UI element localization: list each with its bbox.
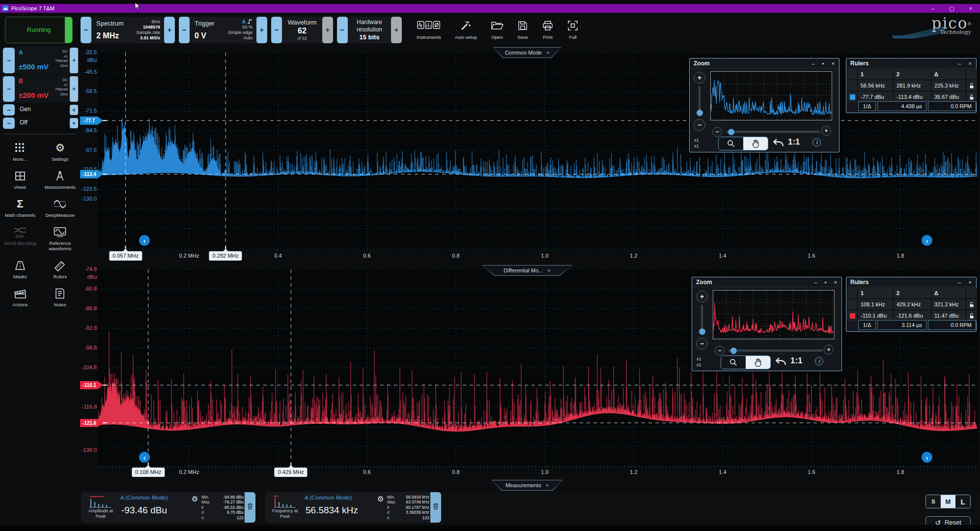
ruler-lock-button[interactable]: [966, 299, 977, 310]
sidebar-item-masks[interactable]: Masks: [0, 259, 40, 279]
rulers-panel-1[interactable]: Rulers–×12Δ56.56 kHz281.9 kHz225.3 kHz-7…: [846, 58, 977, 113]
x-ruler-value-tag[interactable]: 0.429 MHz: [275, 468, 308, 477]
measurement-delete-strip[interactable]: [430, 492, 441, 523]
zoom-tool-button[interactable]: [719, 137, 743, 150]
rulers-panel-close-button[interactable]: ×: [969, 279, 972, 285]
zoom-horizontal-slider-thumb[interactable]: [728, 129, 734, 135]
sidebar-item-rulers[interactable]: Rulers: [40, 259, 81, 279]
open-button[interactable]: Open: [484, 16, 510, 44]
zoom-panel-close-button[interactable]: ×: [832, 60, 835, 66]
waveform-previous-button[interactable]: −: [271, 17, 282, 43]
rulers-panel-header[interactable]: Rulers–×: [846, 277, 976, 287]
zoom-vertical-slider-thumb[interactable]: [699, 328, 705, 335]
resolution-decrease-button[interactable]: −: [337, 17, 348, 43]
waveform-next-button[interactable]: +: [322, 17, 333, 43]
zoom-preview[interactable]: [710, 71, 832, 120]
zoom-panel-header[interactable]: Zoom–▪×: [690, 59, 839, 68]
zoom-ratio-button[interactable]: 1:1: [788, 137, 800, 147]
save-button[interactable]: Save: [510, 16, 535, 44]
trigger-increase-button[interactable]: +: [256, 17, 267, 43]
titlebar[interactable]: PicoScope 7 T&M – ▢ ×: [0, 4, 980, 13]
pan-tool-button[interactable]: [743, 137, 768, 150]
ui-size-option-m[interactable]: M: [941, 495, 955, 508]
measurement-card[interactable]: A (Common Mode)Frequency atPeak56.5834 k…: [265, 492, 441, 523]
sidebar-item-settings[interactable]: ⚙Settings: [40, 142, 81, 162]
zoom-ratio-button[interactable]: 1:1: [790, 356, 803, 366]
tab-measurements[interactable]: Measurements×: [491, 480, 562, 491]
channel-a-control[interactable]: −A±500 mVDCx1FilteredZero+: [1, 47, 79, 74]
zoom-panel-differential-mode[interactable]: Zoom–▪×+−−+x1x11:1i: [692, 277, 842, 371]
pan-left-button[interactable]: −: [712, 127, 722, 137]
zoom-panel-header[interactable]: Zoom–▪×: [692, 277, 841, 287]
zoom-info-button[interactable]: i: [815, 357, 823, 365]
zoom-horizontal-slider[interactable]: [726, 131, 820, 133]
channel-a-options-button[interactable]: +: [70, 48, 78, 73]
sidebar-item-views[interactable]: Views: [0, 170, 40, 190]
print-button[interactable]: Print: [535, 16, 560, 44]
scroll-right-button[interactable]: ›: [922, 452, 932, 463]
zoom-horizontal-slider-thumb[interactable]: [730, 348, 737, 354]
tab-close-icon[interactable]: ×: [547, 267, 550, 273]
tab-close-icon[interactable]: ×: [546, 482, 549, 488]
zoom-info-button[interactable]: i: [812, 138, 821, 147]
ruler-lock-button[interactable]: [966, 80, 977, 91]
auto-setup-button[interactable]: Auto setup: [448, 16, 484, 44]
waveform-indicator[interactable]: Waveform 62 of 62: [282, 17, 322, 43]
zoom-out-button[interactable]: −: [694, 119, 705, 131]
sidebar-item-notes[interactable]: Notes: [40, 287, 81, 307]
rulers-panel-close-button[interactable]: ×: [969, 60, 972, 66]
x-ruler-value-tag[interactable]: 0.108 MHz: [132, 468, 165, 477]
zoom-panel-minimize-button[interactable]: –: [812, 60, 815, 66]
ui-size-option-l[interactable]: L: [955, 495, 970, 508]
sidebar-item-math-channels[interactable]: ΣMath channels: [0, 198, 40, 218]
window-maximize-button[interactable]: ▢: [949, 5, 954, 12]
pan-tool-button[interactable]: [746, 356, 770, 369]
pan-right-button[interactable]: +: [824, 345, 834, 354]
ruler-lock-button[interactable]: [966, 310, 977, 321]
pan-right-button[interactable]: +: [821, 126, 831, 136]
zoom-panel-minimize-button[interactable]: –: [814, 279, 817, 285]
zoom-preview[interactable]: [713, 290, 835, 339]
zoom-panel-dock-button[interactable]: ▪: [822, 60, 824, 66]
sidebar-item-actions[interactable]: Actions: [0, 287, 40, 307]
channel-b-control[interactable]: −B±200 mVDCx1FilteredZero+: [1, 75, 79, 103]
undo-zoom-button[interactable]: [772, 137, 785, 150]
zoom-tool-button[interactable]: [721, 356, 746, 369]
spectrum-decrease-button[interactable]: −: [81, 17, 91, 43]
measurement-delete-strip[interactable]: [245, 492, 255, 523]
spectrum-increase-button[interactable]: +: [164, 17, 175, 43]
trigger-decrease-button[interactable]: −: [179, 17, 190, 43]
off-options-button[interactable]: +: [70, 118, 78, 128]
rulers-panel-header[interactable]: Rulers–×: [846, 59, 976, 68]
spectrum-info[interactable]: Bins 1048576 Sample rate 3.91 MS/s: [128, 17, 164, 43]
zoom-horizontal-slider[interactable]: [728, 350, 823, 352]
gen-collapse-button[interactable]: −: [3, 104, 15, 116]
scroll-left-button[interactable]: ‹: [139, 235, 150, 246]
ui-size-option-s[interactable]: S: [926, 495, 941, 508]
sidebar-item-measurements[interactable]: Measurements: [40, 170, 81, 190]
gen-options-button[interactable]: +: [70, 105, 78, 115]
tab-differential-mode[interactable]: Differential Mo...×: [482, 265, 573, 276]
resolution-increase-button[interactable]: +: [391, 17, 402, 43]
sidebar-item-deepmeasure[interactable]: DeepMeasure: [40, 198, 81, 218]
trigger-info[interactable]: A 50 % Simple edge Auto: [219, 17, 256, 43]
channel-b-collapse-button[interactable]: −: [3, 76, 15, 102]
window-minimize-button[interactable]: –: [931, 5, 934, 11]
rulers-panel-minimize-button[interactable]: –: [958, 279, 961, 285]
sidebar-item-reference-waveforms[interactable]: Reference waveforms: [40, 226, 81, 251]
tab-common-mode[interactable]: Common Mode×: [493, 47, 561, 58]
tab-close-icon[interactable]: ×: [546, 50, 549, 56]
measurement-settings-gear-icon[interactable]: ⚙: [377, 495, 384, 503]
sidebar-item-more[interactable]: More...: [0, 142, 40, 162]
zoom-panel-dock-button[interactable]: ▪: [825, 279, 827, 285]
x-ruler-value-tag[interactable]: 0.282 MHz: [209, 251, 242, 261]
measurement-settings-gear-icon[interactable]: ⚙: [192, 495, 198, 503]
scroll-right-button[interactable]: ›: [922, 235, 932, 246]
trigger-settings[interactable]: Trigger 0 V: [190, 17, 219, 43]
undo-zoom-button[interactable]: [775, 356, 787, 369]
sidebar-row-off[interactable]: −Off+: [1, 117, 79, 129]
full-button[interactable]: Full: [560, 16, 585, 44]
instruments-button[interactable]: Instruments: [410, 16, 448, 44]
capture-running-button[interactable]: Running: [5, 17, 73, 43]
zoom-in-button[interactable]: +: [694, 72, 705, 84]
